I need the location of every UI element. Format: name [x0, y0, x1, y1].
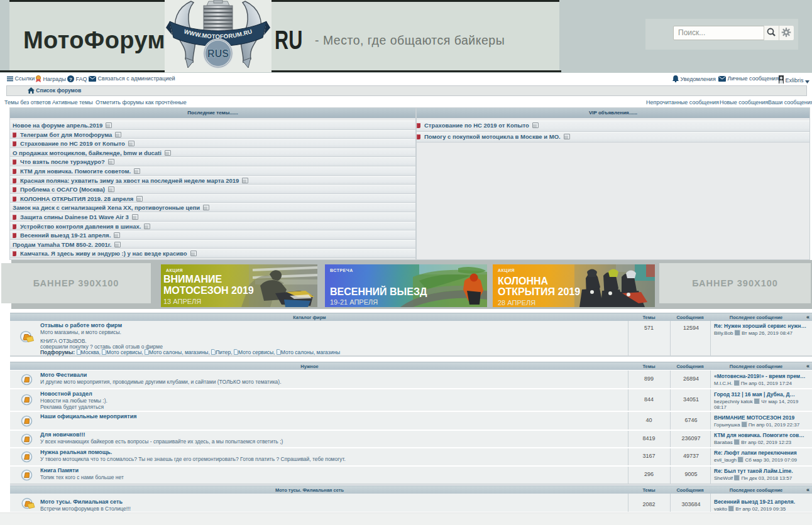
svg-text:RUS: RUS: [207, 48, 229, 59]
svg-text:?: ?: [69, 77, 72, 82]
